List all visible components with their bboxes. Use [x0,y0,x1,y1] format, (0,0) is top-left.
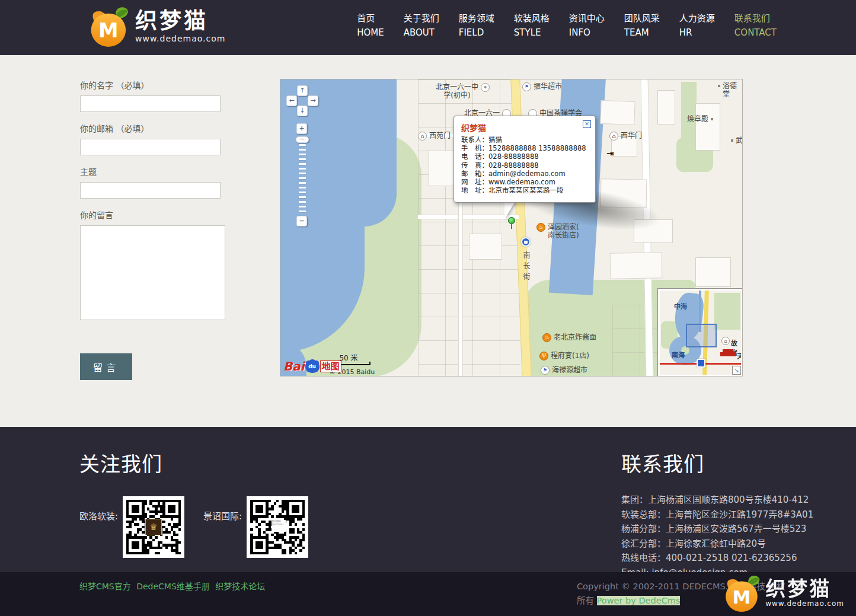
map-building [695,103,720,151]
poi-label: 焕章殿 [687,115,708,123]
bus-stop-icon[interactable] [521,237,531,247]
minimap-label-zhonghai: 中海 [674,301,687,311]
map-infowindow: 织梦猫 联系人：猫猫 手 机：15288888888 13588888888 电… [453,116,596,203]
nav-zh: 首页 [357,11,384,25]
copyright-suffix: 所有 [577,596,597,605]
name-label: 你的名字 （必填） [80,79,234,91]
row-value: 北京市某某区某某路一段 [488,186,564,194]
row-key: 传 真： [461,161,488,170]
nav-item-about[interactable]: 关于我们ABOUT [404,11,439,40]
row-key: 电 话： [461,152,488,161]
infowindow-row: 邮 箱：admin@dedemao.com [461,170,589,178]
baidu-bai: Bai [283,359,305,374]
bottom-links: 织梦CMS官方 DedeCMS维基手册 织梦技术论坛 [79,580,268,592]
nav-item-team[interactable]: 团队风采TEAM [624,11,660,40]
subject-label: 主题 [80,165,234,177]
qr-center-text: 景诏国际 JINGZHAO [272,520,286,532]
nav-zh: 联系我们 [734,11,777,25]
infowindow-title: 织梦猫 [461,122,589,133]
baidu-ditu: 地图 [320,360,341,372]
row-key: 地 址： [461,186,488,194]
restaurant-icon: Ψ [539,352,548,360]
page: M 织梦猫 www.dedemao.com 首页HOME 关于我们ABOUT 服… [0,0,856,616]
infowindow-close-icon[interactable]: ✕ [583,120,591,128]
logo-text: 织梦猫 www.dedemao.com [135,9,225,43]
minimap-label-tiananmen: 天 [737,351,743,360]
nav-en: INFO [569,25,605,40]
poi-label: 西华门 [621,132,642,140]
nav-item-style[interactable]: 软装风格STYLE [514,11,550,40]
message-field[interactable] [80,225,225,320]
poi-dot-icon [718,85,720,87]
qr-label-oluo: 欧洛软装: [79,509,118,558]
poi-label: 浴德堂 [723,82,742,98]
poi-label: 北京一六一中 学(初中) [436,83,478,100]
nav-en: STYLE [514,25,550,40]
message-label: 你的留言 [80,209,234,221]
minimap-green [714,293,740,330]
site-footer: 关注我们 欧洛软装: ♛ 景诏国际: 景诏国际 JINGZHAO 联系我们 集团… [0,427,856,572]
link-dedecms-forum[interactable]: 织梦技术论坛 [215,582,265,591]
minimap-viewport-rect[interactable] [686,324,717,347]
contact-line: 杨浦分部：上海杨浦区安泼路567弄一号楼523 [621,522,813,537]
poi-label: 老北京炸酱面 [554,333,596,341]
nav-item-home[interactable]: 首页HOME [357,11,384,40]
nav-en: FIELD [459,25,494,40]
subject-field[interactable] [80,182,221,199]
contact-line: 软装总部：上海普陀区金沙江路1977弄8#3A01 [621,508,813,522]
row-value: 028-88888888 [488,152,539,161]
map-poi: ⚑振华超市 [522,82,562,91]
map-road-h2 [418,215,519,219]
nav-zh: 服务领域 [459,11,494,25]
minimap-collapse-button[interactable]: ↘ [732,366,741,375]
nav-item-hr[interactable]: 人力资源HR [679,11,715,40]
nav-en: CONTACT [734,25,777,40]
follow-us-section: 关注我们 欧洛软装: ♛ 景诏国际: 景诏国际 JINGZHAO [79,448,327,558]
pan-left-button[interactable]: ← [286,95,297,106]
qr-center-logo: ♛ [145,519,162,535]
name-field[interactable] [80,95,221,112]
nav-en: HOME [357,25,384,40]
qr-row: 欧洛软装: ♛ 景诏国际: 景诏国际 JINGZHAO [79,496,327,558]
infowindow-row: 地 址：北京市某某区某某路一段 [461,186,589,194]
pan-up-button[interactable]: ↑ [297,85,308,96]
baidu-map[interactable]: 北京一六一中 学(初中)✶ ⚑振华超市 浴德堂 北京一六一 中国茶禅学会 焕章殿… [280,79,743,376]
map-building [610,252,663,279]
map-poi: ♨泽园酒家( 南长街店) [536,223,579,240]
palace-icon: ⌂ [721,337,730,345]
supermarket-icon: ⚑ [522,82,531,91]
nav-item-info[interactable]: 资讯中心INFO [569,11,605,40]
contact-line: 徐汇分部：上海徐家汇徐虹中路20号 [621,537,813,551]
poi-label: 程府宴(1店) [551,352,589,360]
site-logo[interactable]: 织梦猫 www.dedemao.com [88,5,225,47]
poi-label: 泽园酒家( 南长街店) [548,223,579,240]
zoom-slider-handle[interactable]: − [296,136,309,143]
nav-zh: 软装风格 [514,11,550,25]
contact-line: 集团：上海杨浦区国顺东路800号东楼410-412 [621,493,813,508]
nav-item-contact[interactable]: 联系我们CONTACT [734,11,777,40]
zoom-in-button[interactable]: + [296,123,307,134]
baidu-paw-icon: du [305,360,320,373]
map-building [429,151,455,186]
zoom-slider-track[interactable] [299,144,306,214]
submit-message-button[interactable]: 留言 [80,353,132,380]
link-dedecms-official[interactable]: 织梦CMS官方 [79,582,131,591]
email-field[interactable] [80,139,221,155]
nav-zh: 人力资源 [679,11,715,25]
pan-right-button[interactable]: → [308,95,318,106]
link-dedecms-wiki[interactable]: DedeCMS维基手册 [136,582,210,591]
poi-dot-icon [711,118,713,120]
minimap[interactable]: 中海 南海 ⌂ 故宫 天 ↘ [658,289,743,376]
tiananmen-icon [720,352,736,356]
row-value: 028-88888888 [488,161,539,170]
nav-en: TEAM [624,25,660,40]
zoom-out-button[interactable]: − [296,216,307,226]
pan-down-button[interactable]: ↓ [297,106,308,116]
nav-item-field[interactable]: 服务领域FIELD [459,11,494,40]
power-by-dedecms-link[interactable]: Power by DedeCms [597,596,681,605]
row-key: 手 机： [461,144,488,152]
poi-label: 振华超市 [534,82,562,91]
gate-icon: ⌂ [418,132,427,141]
baidu-maps-logo[interactable]: Bai du 地图 [283,359,341,374]
map-poi: ⌂西华门 [609,132,642,141]
